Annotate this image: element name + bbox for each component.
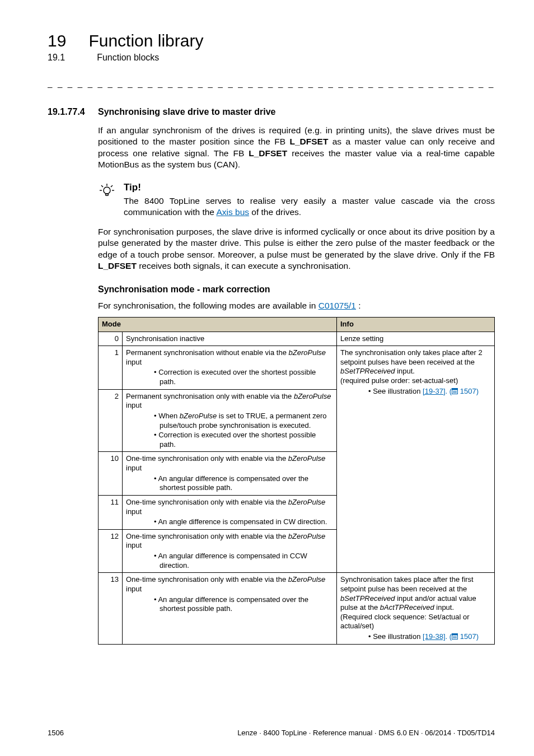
page-ref: 1507) (458, 387, 479, 395)
tip-icon (98, 182, 116, 198)
mode-number: 2 (99, 389, 123, 452)
axis-bus-link[interactable]: Axis bus (216, 207, 249, 217)
desc-param: bZeroPulse (294, 392, 331, 400)
section-number: 19.1.77.4 (48, 107, 88, 117)
desc-text: input (126, 507, 142, 516)
bullet-list: Correction is executed over the shortest… (132, 368, 333, 386)
info-text: (required pulse order: set-actual-set) (340, 376, 458, 385)
bullet-list: See illustration [19-37]. ( 1507) (346, 387, 491, 396)
svg-rect-8 (452, 388, 458, 390)
subchapter-heading: 19.1 Function blocks (48, 53, 495, 63)
footer-text: Lenze · 8400 TopLine · Reference manual … (237, 729, 495, 737)
tip-text: The 8400 TopLine serves to realise very … (124, 195, 495, 218)
para2-a: For synchronisation purposes, the slave … (98, 227, 495, 259)
paragraph-2: For synchronisation purposes, the slave … (98, 226, 495, 272)
desc-param: bZeroPulse (288, 532, 325, 540)
subchapter-title: Function blocks (97, 53, 159, 63)
chapter-heading: 19 Function library (48, 31, 495, 50)
mode-description: One-time synchronisation only with enabl… (123, 573, 337, 644)
desc-text: input (126, 401, 142, 409)
mode-description: Permanent synchronisation only with enab… (123, 389, 337, 452)
subheading: Synchronisation mode - mark correction (98, 284, 495, 295)
see-text: See illustration (373, 387, 423, 395)
info-param: bSetTPReceived (340, 594, 395, 603)
mode-number: 1 (99, 346, 123, 390)
page-ref-icon (452, 633, 458, 640)
page: 19 Function library 19.1 Function blocks… (0, 0, 534, 756)
table-row: 1 Permanent synchronisation without enab… (99, 346, 495, 390)
body: If an angular synchronism of the drives … (98, 125, 495, 171)
page-number: 1506 (48, 729, 64, 737)
page-ref-icon (452, 388, 458, 394)
desc-text: One-time synchronisation only with enabl… (126, 532, 288, 540)
mode-number: 12 (99, 529, 123, 573)
section-title: Synchronising slave drive to master driv… (98, 107, 275, 117)
header-info: Info (337, 317, 495, 332)
desc-text: input (126, 358, 142, 366)
code-link[interactable]: C01075/1 (318, 301, 356, 310)
info-text: input. (434, 603, 454, 612)
list-item: An angular difference is compensated in … (154, 552, 333, 570)
bullet-list: An angular difference is compensated ove… (132, 595, 333, 614)
bullet-list: An angular difference is compensated ove… (132, 474, 333, 493)
info-param: bSetTPReceived (340, 367, 395, 375)
mode-info-block-1: The synchronisation only takes place aft… (337, 346, 495, 573)
desc-text: input (126, 464, 142, 472)
tip-content: Tip! The 8400 TopLine serves to realise … (124, 182, 495, 218)
illustration-link[interactable]: [19-37] (423, 387, 445, 395)
section-heading: 19.1.77.4 Synchronising slave drive to m… (48, 107, 495, 117)
paragraph-3: For synchronisation, the following modes… (98, 300, 495, 311)
svg-rect-1 (106, 194, 109, 195)
desc-param: bZeroPulse (288, 575, 325, 584)
paragraph-1: If an angular synchronism of the drives … (98, 125, 495, 171)
fb-name-3: L_DFSET (98, 261, 137, 270)
mode-table: Mode Info 0 Synchronisation inactive Len… (98, 317, 495, 645)
list-item: An angular difference is compensated ove… (154, 595, 333, 614)
svg-point-0 (104, 187, 110, 194)
mode-info-block-2: Synchronisation takes place after the fi… (337, 573, 495, 644)
tip-label: Tip! (124, 182, 495, 193)
bullet-list: See illustration [19-38]. ( 1507) (346, 632, 491, 642)
para2-b: receives both signals, it can execute a … (137, 261, 351, 270)
tip-text-b: of the drives. (249, 207, 301, 217)
table-header-row: Mode Info (99, 317, 495, 332)
fb-name-1: L_DFSET (289, 137, 328, 146)
svg-rect-12 (452, 634, 458, 636)
mode-number: 10 (99, 452, 123, 496)
illustration-link[interactable]: [19-38] (423, 632, 445, 641)
desc-text: One-time synchronisation only with enabl… (126, 498, 288, 506)
para3-b: : (356, 301, 361, 310)
see-text: . ( (446, 632, 452, 641)
desc-param: bZeroPulse (288, 454, 325, 463)
see-text: See illustration (373, 632, 423, 641)
info-text: input. (395, 367, 415, 375)
desc-text: input (126, 585, 142, 593)
divider-line: _ _ _ _ _ _ _ _ _ _ _ _ _ _ _ _ _ _ _ _ … (48, 78, 495, 88)
para3-a: For synchronisation, the following modes… (98, 301, 318, 310)
list-item: See illustration [19-37]. ( 1507) (368, 387, 491, 396)
header-mode: Mode (99, 317, 337, 332)
see-text: . ( (446, 387, 452, 395)
desc-text: input (126, 541, 142, 549)
desc-text: Permanent synchronisation only with enab… (126, 392, 294, 400)
subchapter-number: 19.1 (48, 53, 65, 63)
list-item: When bZeroPulse is set to TRUE, a perman… (154, 412, 333, 430)
list-item: An angle difference is compensated in CW… (154, 517, 333, 527)
mode-description: One-time synchronisation only with enabl… (123, 529, 337, 573)
svg-line-4 (111, 185, 113, 187)
mode-number: 11 (99, 495, 123, 529)
desc-text: One-time synchronisation only with enabl… (126, 575, 288, 584)
info-text: (Required clock sequence: Set/actual or … (340, 613, 470, 631)
mode-description: One-time synchronisation only with enabl… (123, 495, 337, 529)
list-item: Correction is executed over the shortest… (154, 368, 333, 386)
mode-info: Lenze setting (337, 332, 495, 346)
mode-description: Permanent synchronisation without enable… (123, 346, 337, 390)
info-text: Synchronisation takes place after the fi… (340, 575, 474, 593)
mode-description: One-time synchronisation only with enabl… (123, 452, 337, 496)
desc-param: bZeroPulse (288, 498, 325, 506)
chapter-number: 19 (48, 31, 66, 50)
body-2: For synchronisation purposes, the slave … (98, 226, 495, 645)
svg-line-3 (101, 185, 103, 187)
desc-text: One-time synchronisation only with enabl… (126, 454, 288, 463)
fb-name-2: L_DFSET (249, 148, 287, 158)
